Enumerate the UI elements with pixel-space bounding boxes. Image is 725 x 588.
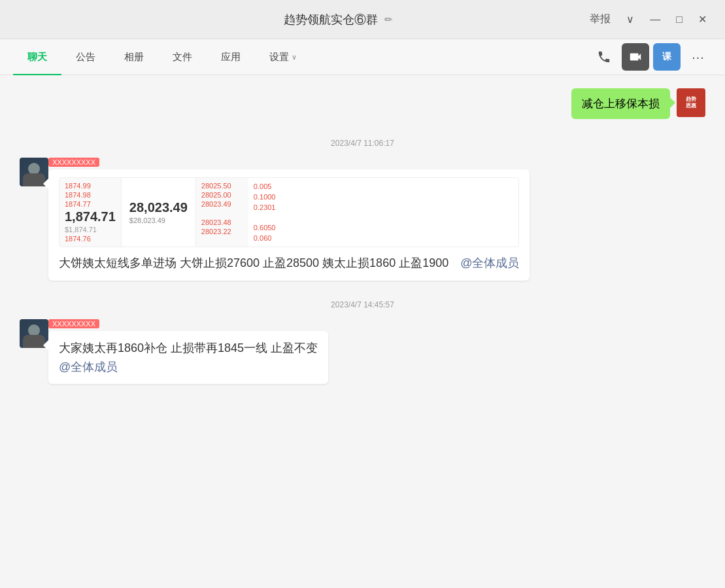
phone-call-button[interactable] [590,43,618,71]
title-controls: 举报 ∨ — □ ✕ [584,9,712,30]
more-button[interactable]: ··· [684,43,712,71]
sender-name-1: XXXXXXXXX [48,158,99,167]
minimize-button[interactable]: — [645,10,666,29]
maximize-button[interactable]: □ [671,10,688,29]
ticker-widget: 1874.99 1874.98 1874.77 1,874.71 $1,874.… [59,177,519,247]
bubble-incoming-1[interactable]: 1874.99 1874.98 1874.77 1,874.71 $1,874.… [48,169,530,281]
msg-content-2: XXXXXXXXX 大家姨太再1860补仓 止损带再1845一线 止盈不变 @全… [48,319,328,385]
message-incoming-2: XXXXXXXXX 大家姨太再1860补仓 止损带再1845一线 止盈不变 @全… [13,319,712,385]
message-incoming-1: XXXXXXXXX 1874.99 1874.98 1874.77 1,874.… [13,158,712,281]
phone-icon [597,50,611,64]
bubble-incoming-2[interactable]: 大家姨太再1860补仓 止损带再1845一线 止盈不变 @全体成员 [48,331,328,385]
avatar-self: 趋势恩惠 [677,88,705,117]
nav-action-icons: 课 ··· [590,43,712,71]
dropdown-button[interactable]: ∨ [621,9,639,29]
msg-text-1: 大饼姨太短线多单进场 大饼止损27600 止盈28500 姨太止损1860 止盈… [59,254,519,273]
msg-text-2: 大家姨太再1860补仓 止损带再1845一线 止盈不变 @全体成员 [59,339,318,377]
ticker-left-prices: 1874.99 1874.98 1874.77 1,874.71 $1,874.… [59,178,121,247]
tab-app[interactable]: 应用 [207,39,255,75]
edit-icon[interactable]: ✏ [384,14,393,26]
sender-name-2: XXXXXXXXX [48,319,99,328]
msg-content-1: XXXXXXXXX 1874.99 1874.98 1874.77 1,874.… [48,158,530,281]
tab-chat[interactable]: 聊天 [13,39,61,75]
course-button[interactable]: 课 [653,43,681,71]
title-bar: 趋势领航实仓⑥群 ✏ 举报 ∨ — □ ✕ [0,0,725,39]
bubble-outgoing-1[interactable]: 减仓上移保本损 [571,88,670,119]
close-button[interactable]: ✕ [693,9,712,29]
video-call-button[interactable] [622,43,649,71]
report-button[interactable]: 举报 [584,9,616,30]
chat-area: 减仓上移保本损 趋势恩惠 2023/4/7 11:06:17 XXXXXXXXX… [0,75,725,588]
video-icon [628,50,643,64]
ticker-right-data: 28025.50 28025.00 28023.49 28023.48 2802… [196,178,248,247]
title-center: 趋势领航实仓⑥群 ✏ [284,12,393,27]
tab-album[interactable]: 相册 [110,39,158,75]
ticker-main-price: 28,023.49 $28,023.49 [121,178,196,247]
nav-bar: 聊天 公告 相册 文件 应用 设置 ∨ 课 ··· [0,39,725,75]
timestamp-2: 2023/4/7 14:45:57 [13,300,712,309]
tab-file[interactable]: 文件 [158,39,207,75]
tab-settings[interactable]: 设置 ∨ [255,39,311,75]
ticker-change-pct: 0.005 0.1000 0.2301 0.6050 0.060 [248,178,281,247]
timestamp-1: 2023/4/7 11:06:17 [13,139,712,148]
message-outgoing-1: 减仓上移保本损 趋势恩惠 [13,88,712,119]
tab-announce[interactable]: 公告 [61,39,110,75]
group-name: 趋势领航实仓⑥群 [284,12,378,27]
